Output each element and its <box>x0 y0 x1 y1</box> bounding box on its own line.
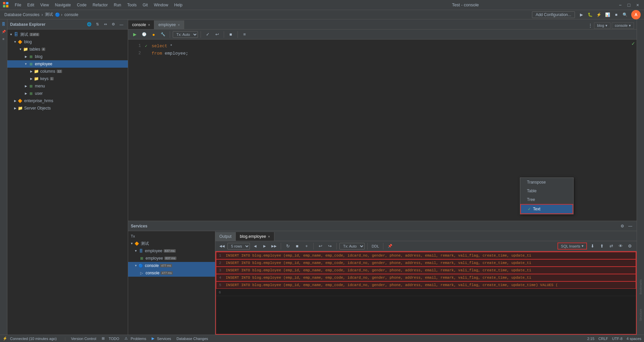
revert-btn[interactable]: ↩ <box>213 30 221 39</box>
view-data-btn[interactable]: 👁 <box>616 242 625 250</box>
version-control-link[interactable]: Version Control <box>71 337 96 341</box>
menu-edit[interactable]: Edit <box>24 2 37 8</box>
refresh-data-btn[interactable]: ↻ <box>284 242 292 250</box>
services-link[interactable]: ▶ <box>152 336 154 341</box>
add-configuration-button[interactable]: Add Configuration... <box>532 11 575 18</box>
db-explorer-sort-btn[interactable]: ⇅ <box>94 21 101 28</box>
last-row-btn[interactable]: ▶▶ <box>270 242 278 250</box>
first-row-btn[interactable]: ◀◀ <box>218 242 226 250</box>
tree-item-columns[interactable]: ▶ 📁 columns 12 <box>7 68 128 75</box>
run-button[interactable]: ▶ <box>578 11 585 18</box>
db-explorer-close-btn[interactable]: — <box>118 21 125 28</box>
tree-item-employee-table[interactable]: ▼ ⊞ employee <box>7 60 128 68</box>
undo-data-btn[interactable]: ↩ <box>316 242 324 250</box>
menu-code[interactable]: Code <box>74 2 89 8</box>
dropdown-text[interactable]: ✓ Text <box>520 204 573 214</box>
tree-item-测试[interactable]: ▼ 🗄 测试 2 of 6 <box>7 31 128 38</box>
services-tree-employee-table[interactable]: ⊞ employee 837 ms <box>128 255 215 262</box>
sql-results-panel[interactable]: 1 INSERT INTO blog.employee (emp_id, emp… <box>215 251 637 335</box>
menu-view[interactable]: View <box>38 2 52 8</box>
tree-item-blog-table[interactable]: ▶ ⊞ blog <box>7 53 128 60</box>
menu-git[interactable]: Git <box>140 2 150 8</box>
user-avatar[interactable]: A <box>631 10 641 19</box>
properties-btn[interactable]: 🔧 <box>159 30 167 39</box>
add-row-btn[interactable]: + <box>303 242 311 250</box>
services-tree-console-folder[interactable]: ▼ 🔵 console 477 ms <box>128 262 215 269</box>
db-explorer-globe-btn[interactable]: 🌐 <box>86 21 93 28</box>
tab-more-btn[interactable]: ⋮ <box>587 22 594 29</box>
menu-help[interactable]: Help <box>171 2 185 8</box>
format-btn[interactable]: ≡ <box>240 30 249 39</box>
menu-refactor[interactable]: Refactor <box>90 2 110 8</box>
tree-item-enterprise-hrms[interactable]: ▶ 🔶 enterprise_hrms <box>7 97 128 105</box>
menu-tools[interactable]: Tools <box>124 2 139 8</box>
breadcrumb-db-consoles[interactable]: Database Consoles <box>4 12 40 17</box>
sidebar-structure-icon[interactable]: ≡ <box>0 36 7 42</box>
export-data-btn[interactable]: ⬇ <box>588 242 596 250</box>
tree-item-server-objects[interactable]: ▶ 📁 Server Objects <box>7 105 128 112</box>
tree-item-blog[interactable]: ▼ 🔶 blog <box>7 38 128 46</box>
dropdown-table[interactable]: Table <box>520 187 573 195</box>
blog-employee-tab[interactable]: blog.employee × <box>236 232 274 241</box>
stop-data-btn[interactable]: ■ <box>293 242 301 250</box>
dropdown-tree[interactable]: Tree <box>520 195 573 204</box>
menu-file[interactable]: File <box>12 2 24 8</box>
rows-select[interactable]: 5 rows <box>227 243 250 250</box>
menu-run[interactable]: Run <box>111 2 124 8</box>
ddl-btn[interactable]: DDL <box>370 242 380 250</box>
blog-branch-btn[interactable]: blog ▾ <box>594 22 610 29</box>
breadcrumb-console[interactable]: console <box>64 12 78 17</box>
stop-btn[interactable]: ■ <box>227 30 235 39</box>
services-tree-console-table[interactable]: ▷ console 477 ms <box>128 269 215 277</box>
tree-item-keys[interactable]: ▶ 📁 keys 1 <box>7 75 128 82</box>
next-page-btn[interactable]: ▶ <box>261 242 269 250</box>
db-changes-link[interactable]: Database Changes <box>176 337 208 341</box>
menu-navigate[interactable]: Navigate <box>52 2 73 8</box>
prev-page-btn[interactable]: ◀ <box>251 242 259 250</box>
services-tree-employee-folder[interactable]: ▼ 🗄 employee 837 ms <box>128 247 215 255</box>
maximize-button[interactable]: □ <box>625 1 633 9</box>
breadcrumb-test[interactable]: 测试 <box>45 12 53 17</box>
services-settings-btn[interactable]: ⚙ <box>619 222 626 230</box>
coverage-button[interactable]: ⚡ <box>595 11 602 18</box>
services-tree-测试[interactable]: ▼ 🔶 测试 <box>128 240 215 247</box>
tab-console-close[interactable]: × <box>148 23 150 27</box>
import-data-btn[interactable]: ⬆ <box>598 242 606 250</box>
debug-button[interactable]: 🐛 <box>586 11 594 18</box>
sidebar-db-icon[interactable]: 🗄 <box>0 21 7 27</box>
output-tab[interactable]: Output <box>215 232 236 241</box>
tx-indicator-btn[interactable]: ● <box>150 30 158 39</box>
db-explorer-collapse-btn[interactable]: ⇔ <box>102 21 109 28</box>
services-tree-tx[interactable]: Tx <box>128 232 215 240</box>
sidebar-bookmarks-icon[interactable]: 📌 <box>0 28 7 35</box>
redo-data-btn[interactable]: ↪ <box>326 242 334 250</box>
history-btn[interactable]: 🕐 <box>140 30 148 39</box>
blog-employee-tab-close[interactable]: × <box>268 235 270 238</box>
tab-employee-close[interactable]: × <box>178 23 180 27</box>
tab-console[interactable]: console × <box>128 20 154 29</box>
execute-btn[interactable]: ▶ <box>131 30 139 39</box>
db-explorer-settings-btn[interactable]: ⚙ <box>110 21 117 28</box>
search-everywhere-button[interactable]: 🔍 <box>621 11 629 18</box>
tree-item-menu-table[interactable]: ▶ ⊞ menu <box>7 82 128 90</box>
minimize-button[interactable]: − <box>616 1 624 9</box>
stop-run-button[interactable]: ■ <box>612 11 620 18</box>
tree-item-user-table[interactable]: ▶ ⊞ user <box>7 90 128 97</box>
pin-btn[interactable]: 📌 <box>386 242 394 250</box>
sync-data-btn[interactable]: ⇄ <box>607 242 615 250</box>
problems-link[interactable]: ⚠ <box>124 336 128 341</box>
profile-button[interactable]: 📊 <box>604 11 611 18</box>
tab-employee[interactable]: employee × <box>154 20 184 29</box>
tx-data-select[interactable]: Tx: Auto <box>339 243 365 250</box>
check-btn[interactable]: ✓ <box>204 30 212 39</box>
tx-auto-select[interactable]: Tx: Auto <box>173 31 198 38</box>
sql-inserts-button[interactable]: SQL Inserts ▾ <box>557 243 587 250</box>
todo-link[interactable]: TODO <box>109 337 119 341</box>
close-button[interactable]: × <box>634 1 641 9</box>
tree-item-tables[interactable]: ▼ 📁 tables 4 <box>7 46 128 53</box>
dropdown-transpose[interactable]: Transpose <box>520 178 573 187</box>
services-minimize-btn[interactable]: — <box>627 222 634 230</box>
menu-window[interactable]: Window <box>151 2 171 8</box>
data-settings-btn[interactable]: ⚙ <box>626 242 634 250</box>
console-branch-btn[interactable]: console ▾ <box>612 22 634 29</box>
